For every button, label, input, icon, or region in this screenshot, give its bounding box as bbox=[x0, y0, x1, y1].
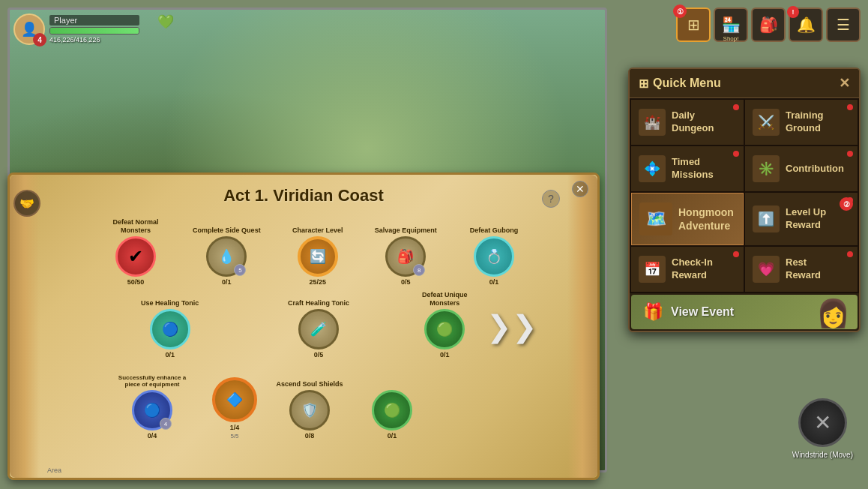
quest-badge: 5 bbox=[234, 264, 246, 276]
rest-label: RestReward bbox=[786, 256, 821, 282]
quest-row-1: Defeat NormalMonsters ✔ 50/50 Complete S… bbox=[47, 217, 560, 286]
quick-menu-grid: 🏰 DailyDungeon ⚔️ TrainingGround 💠 Timed… bbox=[630, 98, 859, 293]
contribution-dot bbox=[847, 151, 853, 157]
quest-node-craft-tonic: Craft Healing Tonic 🧪 0/5 bbox=[288, 290, 349, 358]
player-level: 4 bbox=[33, 33, 46, 46]
quest-count: 0/5 bbox=[314, 351, 324, 358]
bell-icon: 🔔 bbox=[797, 16, 816, 34]
quest-count: 0/1 bbox=[388, 432, 397, 440]
shop-button[interactable]: 🏪 Shop! bbox=[714, 8, 748, 42]
quest-circle: 🔵 4 bbox=[132, 390, 172, 430]
game-toolbar: ⊞ ① 🏪 Shop! 🎒 🔔 ! ☰ bbox=[676, 8, 861, 42]
quest-row-2: Use Healing Tonic 🔵 0/1 Craft Healing To… bbox=[47, 290, 560, 358]
daily-dungeon-dot bbox=[733, 104, 739, 110]
quick-menu-item-level-up[interactable]: ⬆️ Level UpReward ② bbox=[745, 193, 858, 245]
hud-icons: 🤝 bbox=[13, 190, 40, 217]
quest-node-defeat-unique: Defeat UniqueMonsters 🟢 0/1 bbox=[415, 290, 474, 358]
hp-fill bbox=[50, 28, 139, 34]
quick-menu-header: ⊞ Quick Menu ✕ bbox=[630, 69, 859, 98]
training-ground-label: TrainingGround bbox=[786, 110, 824, 135]
hp-text: 416,226/416,226 bbox=[49, 36, 139, 44]
bell-button[interactable]: 🔔 ! bbox=[789, 8, 823, 42]
rest-dot bbox=[847, 251, 853, 257]
quest-node-salvage: Salvage Equipment 🎒 8 0/5 bbox=[375, 217, 437, 286]
windstride-label: Windstride (Move) bbox=[792, 451, 853, 459]
hp-bar bbox=[49, 27, 139, 34]
help-button[interactable]: ? bbox=[542, 190, 560, 208]
quest-circle: 🧪 bbox=[298, 309, 339, 350]
quest-circle: ✔ bbox=[115, 236, 156, 277]
quick-menu-item-training-ground[interactable]: ⚔️ TrainingGround bbox=[745, 100, 858, 145]
quick-menu-item-daily-dungeon[interactable]: 🏰 DailyDungeon bbox=[631, 100, 744, 145]
grid-icon: ⊞ bbox=[687, 16, 700, 34]
hongmoon-label: HongmoonAdventure bbox=[678, 206, 734, 232]
timed-missions-icon: 💠 bbox=[639, 155, 666, 182]
quest-circle: 🔵 bbox=[150, 309, 190, 350]
quest-node-ascend: Ascend Soul Shields 🛡️ 0/8 bbox=[272, 370, 347, 440]
quest-label: Successfully enhance apiece of equipment bbox=[118, 370, 186, 388]
quest-circle: 🔄 bbox=[298, 236, 338, 277]
quest-node-healing-tonic: Use Healing Tonic 🔵 0/1 bbox=[140, 290, 200, 358]
quick-menu-panel: ⊞ Quick Menu ✕ 🏰 DailyDungeon ⚔️ Trainin… bbox=[628, 68, 861, 332]
quest-node-character-level: Character Level 🔄 25/25 bbox=[288, 217, 348, 286]
quick-menu-item-hongmoon[interactable]: 🗺️ HongmoonAdventure bbox=[631, 193, 744, 245]
quest-node-defeat-gubong: Defeat Gubong 💍 0/1 bbox=[464, 217, 524, 286]
quest-badge: 8 bbox=[413, 264, 425, 276]
quest-row-3: Successfully enhance apiece of equipment… bbox=[47, 362, 560, 440]
timed-missions-label: TimedMissions bbox=[672, 156, 714, 182]
quick-menu-close-button[interactable]: ✕ bbox=[839, 75, 850, 92]
quest-circle: 💍 bbox=[474, 236, 514, 277]
heart-icon: 💚 bbox=[157, 14, 174, 30]
quest-label: Salvage Equipment bbox=[375, 217, 437, 235]
quest-label: Craft Healing Tonic bbox=[288, 290, 349, 308]
view-event-button[interactable]: 🎁 View Event 👩 bbox=[631, 295, 858, 329]
training-ground-dot bbox=[847, 104, 853, 110]
rest-icon: 💗 bbox=[753, 256, 780, 283]
quest-count: 0/1 bbox=[165, 351, 175, 358]
quest-label: Ascend Soul Shields bbox=[276, 370, 343, 388]
badge-number-1: ① bbox=[673, 4, 687, 18]
training-ground-icon: ⚔️ bbox=[753, 109, 780, 136]
shop-label: Shop! bbox=[723, 35, 739, 42]
level-up-label: Level UpReward bbox=[786, 206, 826, 232]
quest-progress-label: 5/5 bbox=[230, 433, 238, 440]
checkin-label: Check-InReward bbox=[672, 256, 713, 282]
area-label: Area bbox=[47, 466, 61, 474]
quest-count: 0/5 bbox=[401, 278, 411, 286]
quick-menu-item-rest[interactable]: 💗 RestReward bbox=[745, 247, 858, 292]
hongmoon-icon: 🗺️ bbox=[639, 202, 672, 236]
handshake-icon[interactable]: 🤝 bbox=[13, 190, 40, 217]
daily-dungeon-label: DailyDungeon bbox=[672, 110, 714, 135]
level-up-badge-2: ② bbox=[840, 197, 853, 211]
quick-menu-item-checkin[interactable]: 📅 Check-InReward bbox=[631, 247, 744, 292]
contribution-icon: ✳️ bbox=[753, 155, 780, 182]
checkin-dot bbox=[733, 251, 739, 257]
quest-circle: 🟢 bbox=[372, 390, 412, 430]
quick-menu-item-timed-missions[interactable]: 💠 TimedMissions bbox=[631, 146, 744, 191]
quest-node-defeat-normal: Defeat NormalMonsters ✔ 50/50 bbox=[106, 217, 166, 286]
quest-circle: 🎒 8 bbox=[385, 236, 426, 277]
quest-label: Complete Side Quest bbox=[193, 217, 261, 235]
quest-label: Defeat Gubong bbox=[470, 217, 519, 235]
quick-menu-grid-icon: ⊞ bbox=[639, 76, 648, 91]
gift-icon: 🎁 bbox=[643, 302, 663, 322]
quest-label: Defeat NormalMonsters bbox=[113, 217, 159, 235]
quest-node-side-quest: Complete Side Quest 💧 5 0/1 bbox=[193, 217, 261, 286]
quick-menu-toolbar-button[interactable]: ⊞ ① bbox=[676, 8, 711, 42]
quest-count: 0/1 bbox=[222, 278, 232, 286]
player-name: Player bbox=[49, 15, 139, 26]
quest-circle: 🟢 bbox=[424, 309, 465, 350]
windstride-button[interactable]: ✕ bbox=[798, 398, 847, 447]
quick-menu-item-contribution[interactable]: ✳️ Contribution bbox=[745, 146, 858, 191]
quest-circle: 💧 5 bbox=[206, 236, 247, 277]
view-event-label: View Event bbox=[671, 305, 734, 319]
quest-label: Defeat UniqueMonsters bbox=[422, 290, 468, 308]
timed-missions-dot bbox=[733, 151, 739, 157]
quest-node-enhance: Successfully enhance apiece of equipment… bbox=[107, 370, 197, 440]
progress-arrow: ❯❯ bbox=[486, 309, 537, 344]
bag-button[interactable]: 🎒 bbox=[751, 8, 786, 42]
quest-node-extra: 🟢 0/1 bbox=[362, 370, 422, 440]
quest-circle: 🛡️ bbox=[289, 390, 330, 430]
menu-button[interactable]: ☰ bbox=[826, 8, 861, 42]
player-avatar: 👤 4 bbox=[13, 14, 45, 45]
